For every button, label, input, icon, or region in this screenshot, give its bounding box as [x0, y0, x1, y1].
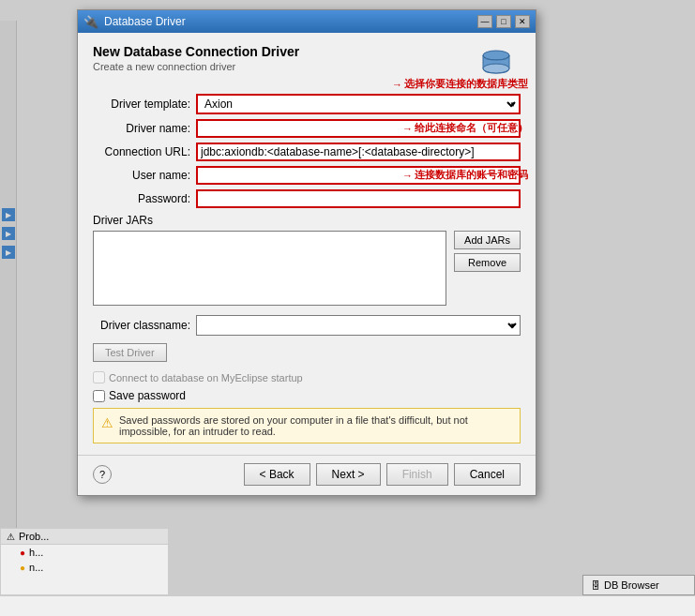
test-driver-button[interactable]: Test Driver: [93, 343, 167, 362]
help-button[interactable]: ?: [93, 465, 112, 484]
warning-icon: ⚠: [101, 415, 113, 430]
save-password-checkbox[interactable]: [93, 390, 105, 402]
driver-classname-wrapper: ▼: [196, 315, 521, 336]
connection-url-row: Connection URL:: [93, 143, 521, 161]
connect-startup-row: Connect to database on MyEclipse startup: [93, 371, 521, 383]
jars-container: Add JARs Remove: [93, 231, 521, 306]
warn-icon-1: ●: [20, 563, 25, 573]
user-name-label: User name:: [93, 169, 196, 182]
user-name-input[interactable]: [196, 166, 521, 185]
driver-template-row: Driver template: Axion ▼: [93, 94, 521, 114]
cancel-button[interactable]: Cancel: [454, 463, 521, 486]
problems-title: Prob...: [19, 531, 49, 542]
dialog-title: 🔌 Database Driver: [83, 15, 186, 29]
warning-box: ⚠ Saved passwords are stored on your com…: [93, 408, 521, 443]
problems-panel: ⚠ Prob... ● h... ● n...: [0, 528, 169, 595]
svg-point-1: [483, 64, 509, 73]
footer-right: < Back Next > Finish Cancel: [244, 463, 521, 486]
connect-startup-label: Connect to database on MyEclipse startup: [109, 372, 303, 383]
dialog-header: New Database Connection Driver Create a …: [93, 44, 299, 83]
dialog-titlebar: 🔌 Database Driver — □ ✕: [78, 10, 536, 33]
password-input[interactable]: [196, 189, 521, 208]
jars-buttons: Add JARs Remove: [454, 231, 521, 306]
database-icon: [479, 48, 513, 84]
dialog-content: New Database Connection Driver Create a …: [78, 33, 536, 455]
add-jars-button[interactable]: Add JARs: [454, 231, 521, 249]
jars-listbox[interactable]: [93, 231, 446, 306]
driver-jars-section: Driver JARs Add JARs Remove: [93, 214, 521, 306]
driver-name-label: Driver name:: [93, 122, 196, 135]
dialog-window-controls: — □ ✕: [477, 15, 530, 28]
user-name-row: User name:: [93, 166, 521, 185]
dialog-header-title: New Database Connection Driver: [93, 44, 299, 59]
problems-titlebar: ⚠ Prob...: [1, 529, 168, 545]
driver-classname-row: Driver classname: ▼: [93, 315, 521, 336]
problems-item-2: n...: [29, 562, 43, 573]
warning-text: Saved passwords are stored on your compu…: [119, 414, 512, 437]
maximize-button[interactable]: □: [496, 15, 511, 28]
driver-name-input[interactable]: [196, 119, 521, 138]
connection-url-input[interactable]: [196, 143, 521, 161]
driver-classname-label: Driver classname:: [93, 319, 196, 332]
driver-name-row: Driver name:: [93, 119, 521, 138]
driver-jars-label: Driver JARs: [93, 214, 521, 227]
minimize-button[interactable]: —: [477, 15, 492, 28]
save-password-row: Save password: [93, 389, 521, 402]
driver-classname-select[interactable]: [196, 315, 521, 336]
driver-template-select-wrapper: Axion ▼: [196, 94, 521, 114]
problems-row-2[interactable]: ● n...: [1, 560, 168, 575]
connection-url-label: Connection URL:: [93, 145, 196, 158]
password-label: Password:: [93, 192, 196, 205]
close-button[interactable]: ✕: [515, 15, 530, 28]
db-browser-label: DB Browser: [604, 579, 659, 591]
password-row: Password:: [93, 189, 521, 208]
back-button[interactable]: < Back: [244, 463, 310, 486]
db-browser-icon: 🗄: [591, 580, 600, 591]
dialog-footer: ? < Back Next > Finish Cancel: [78, 455, 536, 495]
driver-template-select[interactable]: Axion: [196, 94, 521, 114]
next-button[interactable]: Next >: [316, 463, 381, 486]
problems-row-1[interactable]: ● h...: [1, 545, 168, 560]
connect-startup-checkbox[interactable]: [93, 371, 105, 383]
dialog-header-subtitle: Create a new connection driver: [93, 61, 299, 72]
remove-button[interactable]: Remove: [454, 253, 521, 272]
save-password-label: Save password: [109, 389, 186, 402]
footer-left: ?: [93, 465, 112, 484]
status-bar: [0, 595, 695, 616]
error-icon-1: ●: [20, 548, 25, 558]
problems-item-1: h...: [29, 547, 43, 558]
problems-icon: ⚠: [7, 532, 15, 542]
database-driver-dialog: 🔌 Database Driver — □ ✕ New Database Con…: [77, 9, 536, 496]
driver-template-label: Driver template:: [93, 98, 196, 111]
dialog-icon: 🔌: [83, 15, 98, 29]
db-browser-tab[interactable]: 🗄 DB Browser: [582, 575, 695, 595]
finish-button[interactable]: Finish: [386, 463, 448, 486]
